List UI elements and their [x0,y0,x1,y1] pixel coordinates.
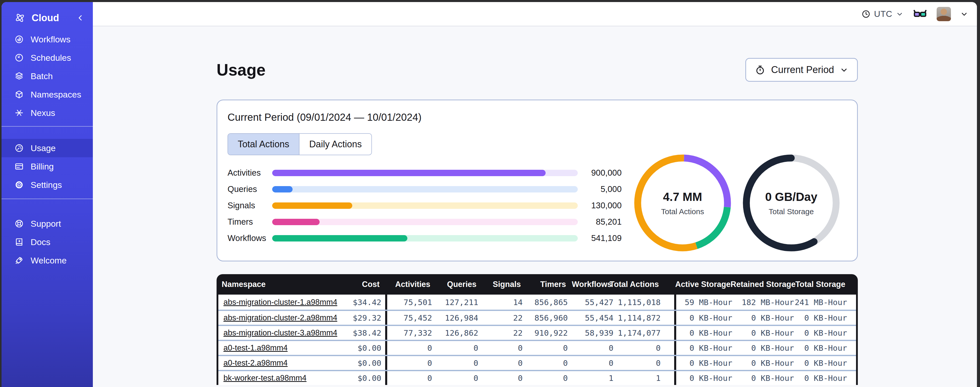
cell-workflows: 0 [568,343,614,353]
column-header-cost: Cost [334,274,385,294]
sidebar-item-schedules[interactable]: Schedules [2,48,93,67]
bar-track [272,170,578,176]
cell-retained_storage: 0 KB-Hour [732,373,794,383]
tab-daily-actions[interactable]: Daily Actions [299,134,371,155]
tab-total-actions[interactable]: Total Actions [228,134,299,155]
column-header-queries: Queries [430,280,476,289]
sidebar-item-nexus[interactable]: Nexus [2,104,93,122]
brand-label: Cloud [32,13,70,24]
bar-row-activities: Activities900,000 [228,170,622,176]
sidebar-item-workflows[interactable]: Workflows [2,30,93,48]
cell-namespace: abs-migration-cluster-1.a98mm4 [218,297,336,307]
sidebar-item-label: Support [30,219,61,229]
timezone-selector[interactable]: UTC [861,9,904,19]
cell-active_storage: 59 MB-Hour [676,297,732,307]
namespace-link[interactable]: bk-worker-test.a98mm4 [223,373,307,382]
donut-label: Total Storage [769,207,814,216]
cell-signals: 22 [478,313,523,322]
sidebar-nav-help: SupportDocsWelcome [2,203,93,270]
current-period-panel: Current Period (09/01/2024 — 10/01/2024)… [216,99,858,261]
cell-timers: 856,865 [523,297,568,307]
cell-workflows: 0 [568,358,614,368]
cell-retained_storage: 0 KB-Hour [732,358,794,368]
cell-cost: $0.00 [336,356,387,370]
cell-total_storage: 0 KB-Hour [794,343,858,353]
namespace-link[interactable]: abs-migration-cluster-1.a98mm4 [223,297,337,307]
docs-icon [14,237,24,247]
cloud-logo-icon [14,12,25,24]
cell-queries: 126,862 [432,328,478,337]
sidebar-divider [2,198,93,199]
cell-total_storage: 0 KB-Hour [794,358,858,368]
bar-fill [272,186,293,192]
cell-activities: 75,501 [387,297,432,307]
sidebar-item-usage[interactable]: Usage [2,139,93,157]
cell-queries: 127,211 [432,297,478,307]
sidebar-item-billing[interactable]: Billing [2,157,93,176]
sidebar-item-welcome[interactable]: Welcome [2,251,93,270]
sidebar-item-settings[interactable]: Settings [2,176,93,194]
clock-icon [861,10,870,19]
cell-active_storage: 0 KB-Hour [676,373,732,383]
cell-timers: 910,922 [523,328,568,337]
sidebar-item-support[interactable]: Support [2,214,93,233]
cell-active_storage: 0 KB-Hour [676,328,732,337]
bar-track [272,235,578,241]
donut-label: Total Actions [661,207,704,216]
usage-icon [14,143,24,153]
sidebar-item-docs[interactable]: Docs [2,233,93,251]
bar-label: Workflows [228,233,272,243]
namespace-link[interactable]: a0-test-1.a98mm4 [223,343,288,352]
table-row: a0-test-2.a98mm4$0.000000000 KB-Hour0 KB… [218,355,856,370]
cell-activities: 0 [387,343,432,353]
account-menu-chevron-icon[interactable] [960,10,968,18]
donut-charts: 4.7 MMTotal Actions0 GB/DayTotal Storage [631,151,843,254]
sidebar-item-label: Billing [30,162,54,171]
bar-fill [272,219,320,225]
cell-total_actions: 1,174,077 [614,326,676,340]
column-header-workflows: Workflows [566,280,612,289]
table-row: abs-migration-cluster-1.a98mm4$34.4275,5… [218,294,856,310]
sidebar-item-label: Settings [30,180,62,190]
bar-row-workflows: Workflows541,109 [228,235,622,241]
cell-workflows: 58,939 [568,328,614,337]
column-header-signals: Signals [476,280,521,289]
sidebar-divider [2,126,93,126]
bar-value: 85,201 [578,217,622,227]
column-header-namespace: Namespace [216,280,334,289]
cell-total_actions: 1,114,872 [614,311,676,325]
cell-total_actions: 1 [614,371,676,385]
cell-activities: 77,332 [387,328,432,337]
sidebar: Cloud WorkflowsSchedulesBatchNamespacesN… [2,2,93,387]
sidebar-item-batch[interactable]: Batch [2,67,93,85]
glasses-icon[interactable] [913,8,928,20]
app-window: Cloud WorkflowsSchedulesBatchNamespacesN… [2,2,977,387]
namespace-link[interactable]: a0-test-2.a98mm4 [223,358,288,367]
sidebar-item-label: Workflows [30,34,70,45]
cell-queries: 0 [432,358,478,368]
cell-retained_storage: 0 KB-Hour [732,313,794,322]
cell-cost: $0.00 [336,371,387,385]
bar-fill [272,170,546,176]
avatar[interactable] [937,7,951,21]
cell-queries: 0 [432,343,478,353]
batch-icon [14,71,24,81]
namespace-link[interactable]: abs-migration-cluster-3.a98mm4 [223,328,337,337]
cell-total_storage: 0 KB-Hour [794,373,858,383]
cell-total_storage: 0 KB-Hour [794,313,858,322]
cell-namespace: bk-worker-test.a98mm4 [218,373,336,383]
namespace-link[interactable]: abs-migration-cluster-2.a98mm4 [223,313,337,322]
period-selector-button[interactable]: Current Period [745,58,858,82]
column-header-retained-storage: Retained Storage [730,280,792,289]
table-header-row: NamespaceCostActivitiesQueriesSignalsTim… [216,274,858,294]
page-title: Usage [216,61,266,79]
billing-icon [14,162,24,171]
cell-namespace: a0-test-2.a98mm4 [218,358,336,368]
sidebar-item-label: Welcome [30,256,67,265]
cell-signals: 0 [478,343,523,353]
namespace-usage-table: NamespaceCostActivitiesQueriesSignalsTim… [216,274,858,385]
donut-total-storage: 0 GB/DayTotal Storage [740,151,843,254]
sidebar-item-label: Usage [30,143,56,153]
sidebar-item-namespaces[interactable]: Namespaces [2,85,93,104]
sidebar-collapse-button[interactable] [76,14,84,22]
